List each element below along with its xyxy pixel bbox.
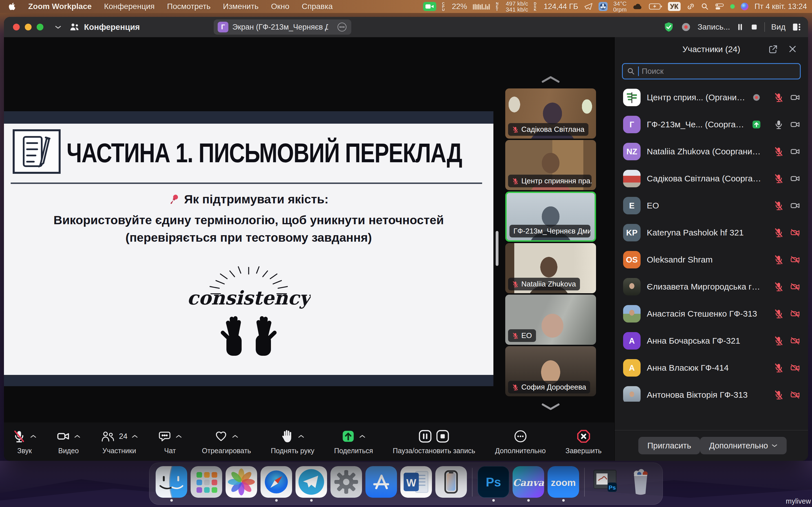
apple-icon[interactable]: [8, 2, 16, 11]
participant-row[interactable]: KPKateryna Pasholok hf 321: [615, 219, 808, 246]
siri-icon[interactable]: [741, 2, 749, 11]
participant-row[interactable]: ААнна Власюк ГФ-414: [615, 354, 808, 381]
caret-up-icon[interactable]: [298, 434, 305, 439]
strip-scroll-up[interactable]: [505, 73, 596, 89]
stop-recording-button[interactable]: [750, 23, 758, 31]
caret-up-icon[interactable]: [175, 434, 182, 439]
scrollbar-thumb[interactable]: [496, 231, 499, 266]
dock-app-photoshop[interactable]: Ps: [477, 466, 509, 502]
view-layout-icon[interactable]: [792, 22, 802, 32]
dock-app-photoshop-document[interactable]: Ps: [590, 466, 621, 502]
menu-item-edit[interactable]: Изменить: [223, 2, 259, 11]
video-tile[interactable]: Nataliia Zhukova: [505, 243, 596, 293]
participant-row[interactable]: Анастасія Стешенко ГФ-313: [615, 300, 808, 327]
toolbar-button-record[interactable]: Пауза/остановить запись: [393, 429, 475, 455]
participant-row[interactable]: ААнна Бочарська ГФ-321: [615, 327, 808, 354]
battery-icon[interactable]: [649, 3, 662, 10]
toolbar-button-mic-muted[interactable]: Звук: [12, 429, 37, 455]
toolbar-button-label: Звук: [17, 447, 32, 455]
dock-app-word[interactable]: W: [400, 466, 432, 502]
tb-people-icon: [100, 430, 115, 443]
document-pencil-icon: [13, 129, 61, 174]
dock-app-iphone-mirroring[interactable]: [435, 466, 467, 502]
caret-up-icon[interactable]: [30, 434, 37, 439]
canva-icon: Canva: [513, 466, 544, 498]
minimize-window-button[interactable]: [25, 24, 32, 31]
tab-more-icon[interactable]: [337, 22, 347, 33]
caret-up-icon[interactable]: [74, 434, 81, 439]
toolbar-button-end[interactable]: Завершить: [566, 429, 602, 455]
avatar: [623, 170, 641, 187]
mail-icon[interactable]: [584, 3, 593, 10]
toolbar-button-share[interactable]: Поделиться: [334, 429, 373, 455]
menu-app-name[interactable]: Zoom Workplace: [28, 2, 92, 11]
toolbar-button-more[interactable]: Дополнительно: [495, 429, 546, 455]
menu-item-view[interactable]: Посмотреть: [167, 2, 211, 11]
dock-app-telegram[interactable]: [296, 466, 327, 502]
more-button[interactable]: Дополнительно: [700, 437, 786, 454]
disk-value[interactable]: 124,44 ГБ: [544, 2, 578, 11]
cpu-value[interactable]: 22%: [452, 2, 467, 11]
participant-row[interactable]: NZNataliia Zhukova (Соорганизатор): [615, 138, 808, 165]
cpu-bars-icon[interactable]: [473, 3, 490, 10]
participant-row[interactable]: Центр сприя... (Организатор, я): [615, 84, 808, 111]
toolbar-button-heart[interactable]: Отреагировать: [202, 429, 251, 455]
video-tile[interactable]: Садікова Світлана: [505, 89, 596, 138]
participant-row[interactable]: Антонова Вікторія ГФ-313: [615, 381, 808, 402]
strip-scroll-down[interactable]: [505, 398, 596, 411]
participant-row[interactable]: OSOleksandr Shram: [615, 246, 808, 273]
dock-app-photos[interactable]: [225, 466, 257, 502]
participant-row[interactable]: Єлизавета Миргородська гф414сп: [615, 273, 808, 300]
chevron-down-icon[interactable]: [55, 25, 61, 29]
language-badge[interactable]: УК: [668, 2, 681, 11]
toolbar-button-chat[interactable]: Чат: [158, 429, 182, 455]
video-tile[interactable]: EO: [505, 295, 596, 345]
video-tile[interactable]: Центр сприяння пра...: [505, 140, 596, 190]
fan-icon[interactable]: [599, 2, 608, 11]
video-tile[interactable]: ГФ-213м_Черняєв Дми...: [505, 191, 596, 242]
link-icon[interactable]: [686, 3, 695, 10]
search-input[interactable]: Поиск: [622, 63, 801, 79]
tb-record-icon: [418, 430, 449, 443]
search-icon[interactable]: [701, 3, 709, 10]
toolbar-button-hand[interactable]: Поднять руку: [271, 429, 314, 455]
dock-app-launchpad[interactable]: [191, 466, 222, 502]
meeting-tab-label[interactable]: Конференция: [84, 22, 140, 32]
participant-row[interactable]: Садікова Світлана (Соорганизатор): [615, 165, 808, 192]
screen-share-tab[interactable]: Г Экран (ГФ-213м_Черняєв Д: [214, 19, 351, 35]
caret-up-icon[interactable]: [232, 434, 239, 439]
toolbar-button-people[interactable]: 24Участники: [100, 429, 138, 455]
participant-row[interactable]: EEO: [615, 192, 808, 219]
cloud-icon[interactable]: [632, 3, 643, 10]
caret-up-icon[interactable]: [132, 434, 138, 439]
popout-icon[interactable]: [768, 44, 778, 54]
toolbar-button-video[interactable]: Видео: [56, 429, 81, 455]
dock-app-app-store[interactable]: [365, 466, 397, 502]
close-icon[interactable]: [788, 44, 797, 54]
dock-app-canva[interactable]: Canva: [513, 466, 544, 502]
caret-up-icon[interactable]: [359, 434, 366, 439]
menu-item-window[interactable]: Окно: [271, 2, 289, 11]
dock-app-settings[interactable]: [331, 466, 362, 502]
participant-row[interactable]: ГГФ-213м_Че... (Соорганизатор): [615, 111, 808, 138]
close-window-button[interactable]: [13, 24, 20, 31]
dock-app-finder[interactable]: [156, 466, 187, 502]
security-shield-icon[interactable]: [663, 21, 674, 33]
video-tile[interactable]: София Дорофеева: [505, 346, 596, 396]
fullscreen-window-button[interactable]: [37, 24, 43, 31]
dock-app-safari[interactable]: [260, 466, 292, 502]
dock-app-trash[interactable]: [625, 466, 656, 502]
control-center-icon[interactable]: [714, 3, 725, 10]
menu-clock[interactable]: Пт 4 квіт. 13:24: [755, 2, 807, 11]
invite-button[interactable]: Пригласить: [638, 437, 700, 454]
menu-item-conference[interactable]: Конференция: [104, 2, 154, 11]
camera-active-icon[interactable]: [423, 2, 437, 11]
net-values[interactable]: 497 kb/c341 kb/c: [506, 1, 528, 12]
app-store-icon: [365, 466, 397, 498]
temp-values[interactable]: 34°C0rpm: [613, 1, 627, 12]
net-label: NET: [496, 2, 500, 11]
pause-recording-button[interactable]: [736, 23, 744, 31]
view-label[interactable]: Вид: [771, 22, 785, 32]
dock-app-zoom[interactable]: zoom: [548, 466, 579, 502]
menu-item-help[interactable]: Справка: [302, 2, 333, 11]
